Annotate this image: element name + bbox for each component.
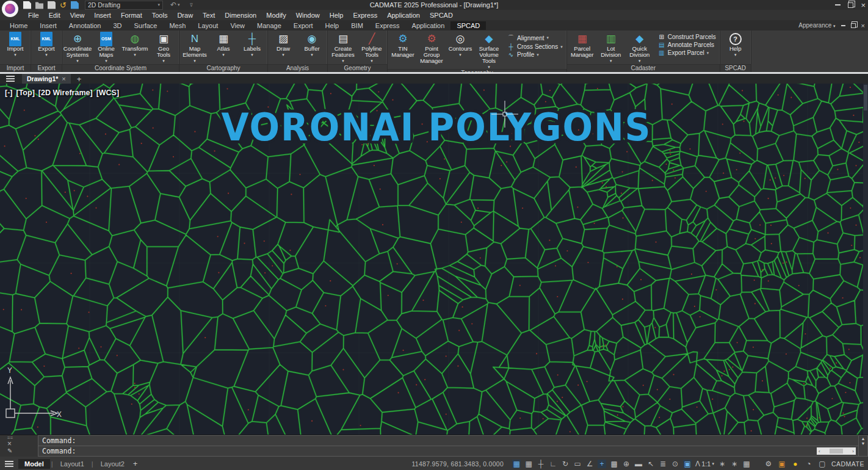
ribbon-button-lot-division[interactable]: ▥Lot Division▾ (597, 32, 625, 63)
menu-item-format[interactable]: Format (116, 11, 147, 20)
osnap-3d-icon[interactable]: + (598, 460, 606, 468)
ribbon-tab-view[interactable]: View (224, 21, 251, 30)
command-scroll-arrows[interactable]: ▲▼ (859, 435, 868, 457)
toolbar-options-icon[interactable]: ⊽ (189, 2, 193, 8)
quick-properties-icon[interactable]: ▣ (683, 460, 692, 468)
ribbon-button-quick-division[interactable]: ◆Quick Division▾ (626, 32, 654, 63)
clean-screen-icon[interactable]: ▢ (818, 460, 826, 468)
ribbon-restore-icon[interactable] (851, 23, 856, 28)
command-history-line[interactable]: Command: (38, 435, 859, 446)
document-tab[interactable]: Drawing1* × (22, 74, 71, 84)
ribbon-tab-mesh[interactable]: Mesh (163, 21, 192, 30)
cmd-close-icon[interactable]: × (7, 440, 12, 447)
ribbon-button-surface-volume-tools[interactable]: ◆Surface Volume Tools▾ (475, 32, 503, 69)
menu-item-spcad[interactable]: SPCAD (425, 11, 458, 20)
menu-item-insert[interactable]: Insert (89, 11, 116, 20)
ribbon-button-create-features[interactable]: ▤Create Features▾ (329, 32, 357, 63)
annotation-autoscale-icon[interactable]: ∗ (730, 460, 739, 468)
performance-gauge-icon[interactable]: ◔ (805, 460, 813, 468)
menu-item-application[interactable]: Application (382, 11, 425, 20)
ribbon-tab-express[interactable]: Express (369, 21, 406, 30)
ui-lock-icon[interactable]: ▣ (778, 460, 786, 468)
ribbon-tab-annotation[interactable]: Annotation (63, 21, 107, 30)
polar-tracking-icon[interactable]: ↻ (561, 460, 570, 468)
ribbon-button-construct-parcels[interactable]: ⊞Construct Parcels (658, 34, 716, 40)
ribbon-button-point-group-manager[interactable]: ⚙Point Group Manager (418, 32, 446, 64)
ribbon-tab-export[interactable]: Export (288, 21, 319, 30)
viewport-control-3[interactable]: [WCS] (96, 89, 120, 97)
ribbon-button-alignment[interactable]: ⌒Alignment▾ (507, 34, 563, 42)
hardware-accel-icon[interactable]: ● (791, 460, 800, 468)
layout-tab-layout2[interactable]: Layout2 (95, 459, 131, 469)
undo-icon[interactable]: ↺ (60, 1, 67, 9)
ribbon-minimize-icon[interactable] (841, 25, 845, 26)
annotation-visibility-icon[interactable]: ∗ (718, 460, 726, 468)
snap-mode-icon[interactable]: ┼ (537, 460, 545, 468)
close-tab-icon[interactable]: × (62, 75, 65, 82)
grid-display-icon[interactable]: ▦ (524, 460, 533, 468)
ribbon-button-transform[interactable]: ◍Transform▾ (121, 32, 149, 57)
appearance-dropdown[interactable]: Appearance ▾ (798, 22, 835, 29)
menu-item-modify[interactable]: Modify (261, 11, 291, 20)
snap-grid-icon[interactable]: ▦ (512, 460, 521, 468)
ribbon-button-help[interactable]: ?Help▾ (722, 32, 750, 57)
menu-item-view[interactable]: View (65, 11, 90, 20)
command-input-line[interactable]: Command: (38, 446, 859, 457)
ribbon-tab-help[interactable]: Help (319, 21, 345, 30)
settings-gear-icon[interactable]: ⚙ (764, 460, 773, 468)
doc-menu-icon[interactable] (2, 76, 18, 82)
selection-cycling-icon[interactable]: ↖ (646, 460, 655, 468)
minimize-icon[interactable] (835, 4, 841, 5)
menu-item-text[interactable]: Text (198, 11, 220, 20)
viewport-control-1[interactable]: [Top] (16, 89, 35, 97)
annotation-table-icon[interactable]: ▦ (742, 460, 751, 468)
ribbon-tab-manage[interactable]: Manage (251, 21, 288, 30)
status-menu-icon[interactable] (0, 461, 18, 467)
ribbon-button-coordinate-systems[interactable]: ⊕Coordinate Systems▾ (63, 32, 92, 63)
undo-arrow-icon[interactable]: ↶ (170, 1, 176, 9)
open-file-icon[interactable] (35, 1, 43, 9)
ribbon-tab-insert[interactable]: Insert (34, 21, 63, 30)
dynamic-input-icon[interactable]: ⊕ (622, 460, 631, 468)
ortho-mode-icon[interactable]: ∟ (549, 460, 557, 468)
viewport-control-2[interactable]: [2D Wireframe] (38, 89, 93, 97)
zoom-tool-icon[interactable]: ⊙ (671, 460, 679, 468)
ribbon-tab-surface[interactable]: Surface (128, 21, 164, 30)
menu-item-help[interactable]: Help (325, 11, 349, 20)
restore-icon[interactable] (848, 2, 853, 8)
new-tab-icon[interactable]: + (74, 74, 84, 84)
ribbon-button-polyline-tools[interactable]: ╱Polyline Tools▾ (358, 32, 386, 63)
plot-icon[interactable] (71, 1, 79, 9)
app-logo-icon[interactable] (2, 1, 18, 17)
ribbon-button-contours[interactable]: ◎Contours▾ (446, 32, 474, 57)
save-icon[interactable] (48, 1, 56, 9)
cmd-edit-icon[interactable]: ✎ (7, 447, 12, 455)
ribbon-tab-spcad[interactable]: SPCAD (450, 21, 486, 30)
command-horizontal-scrollbar[interactable]: ‹› (817, 447, 856, 455)
ribbon-button-buffer[interactable]: ◉Buffer▾ (298, 32, 326, 57)
drawing-canvas[interactable]: [-][Top][2D Wireframe][WCS] YXVORONAI PO… (0, 84, 868, 435)
ribbon-button-draw[interactable]: ▨Draw▾ (269, 32, 297, 57)
menu-item-file[interactable]: File (23, 11, 44, 20)
chevron-down-icon[interactable]: ▾ (178, 2, 180, 7)
canvas-vertical-scrollbar[interactable] (863, 84, 868, 435)
ribbon-button-geo-tools[interactable]: ▣Geo Tools▾ (150, 32, 178, 63)
workspace-dropdown[interactable]: 2D Drafting ▾ (85, 1, 163, 10)
ribbon-tab-layout[interactable]: Layout (192, 21, 224, 30)
object-snap-icon[interactable]: ▭ (573, 460, 582, 468)
ribbon-button-import[interactable]: KMLImport▾ (1, 32, 29, 57)
ribbon-button-atlas[interactable]: ▦Atlas▾ (209, 32, 237, 57)
layout-tab-layout1[interactable]: Layout1 (54, 459, 90, 469)
close-icon[interactable]: × (861, 1, 866, 9)
new-layout-icon[interactable]: + (131, 459, 140, 468)
ribbon-tab-application[interactable]: Application (406, 21, 451, 30)
angle-override-icon[interactable]: ∠ (585, 460, 594, 468)
ribbon-close-icon[interactable]: × (861, 22, 865, 29)
ribbon-button-tin-manager[interactable]: ⚙TIN Manager (389, 32, 417, 58)
layout-tab-model[interactable]: Model (18, 459, 50, 469)
menu-item-dimension[interactable]: Dimension (220, 11, 261, 20)
menu-item-edit[interactable]: Edit (44, 11, 65, 20)
lineweight-display-icon[interactable]: ▬ (634, 460, 643, 468)
ribbon-button-parcel-manager[interactable]: ▦Parcel Manager (568, 32, 596, 58)
ribbon-button-online-maps[interactable]: OSMOnline Maps▾ (92, 32, 120, 63)
